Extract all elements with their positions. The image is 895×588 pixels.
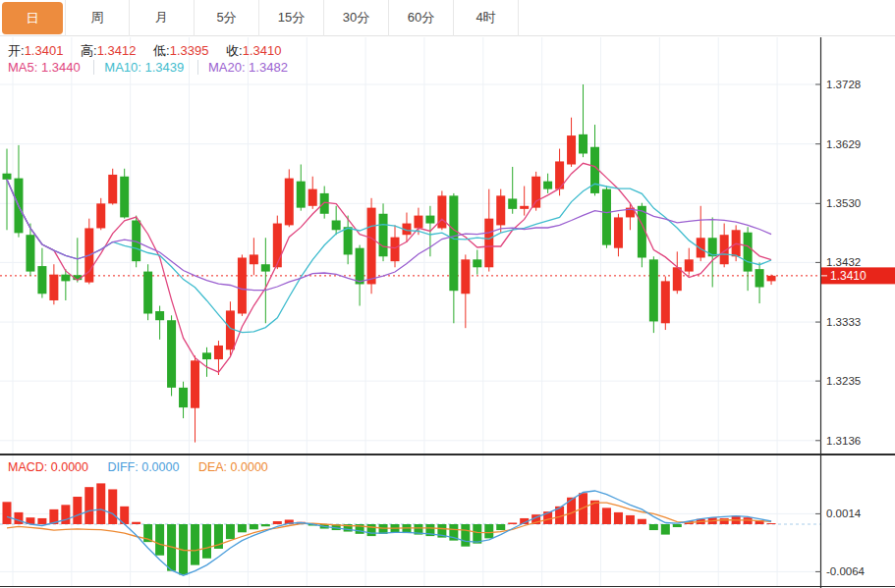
macd-chart[interactable]: 0.0014-0.0064: [0, 455, 895, 588]
ma20-value: MA20: 1.3482: [197, 60, 288, 75]
main-chart-pane: 1.37281.36291.35301.34321.33331.32351.31…: [0, 37, 895, 454]
open-label: 开:: [8, 43, 25, 58]
tab-5min[interactable]: 5分: [195, 0, 259, 36]
dea-value: DEA: 0.0000: [198, 460, 268, 474]
current-price-label: 1.3410: [830, 269, 867, 283]
macd-pane: 0.0014-0.0064 MACD: 0.0000 DIFF: 0.0000 …: [0, 455, 895, 588]
open-value: 1.3401: [25, 43, 64, 58]
tab-60min[interactable]: 60分: [389, 0, 454, 36]
high-label: 高:: [81, 43, 97, 58]
y-tick-label: 1.3728: [826, 79, 861, 90]
ma5-value: MA5: 1.3440: [8, 60, 81, 75]
timeframe-tabbar: 日 周 月 5分 15分 30分 60分 4时: [0, 0, 895, 36]
ma-readout: MA5: 1.3440 MA10: 1.3439 MA20: 1.3482: [8, 60, 288, 75]
y-tick-label: 1.3333: [826, 316, 861, 328]
y-tick-label: 1.3432: [826, 256, 861, 268]
macd-readout: MACD: 0.0000 DIFF: 0.0000 DEA: 0.0000: [8, 460, 284, 474]
tab-day[interactable]: 日: [2, 2, 63, 34]
close-value: 1.3410: [243, 43, 282, 58]
current-price-badge: 1.3410: [821, 267, 895, 284]
y-tick-label: 1.3530: [826, 197, 861, 209]
close-label: 收:: [226, 43, 243, 58]
y-tick-label: 1.3136: [826, 435, 861, 447]
macd-tick-label: -0.0064: [826, 565, 866, 577]
y-tick-label: 1.3629: [826, 138, 861, 150]
tab-week[interactable]: 周: [65, 0, 130, 36]
trading-chart-screen: 日 周 月 5分 15分 30分 60分 4时 1.37281.36291.35…: [0, 0, 895, 588]
ma10-value: MA10: 1.3439: [93, 60, 184, 75]
ohlc-readout: 开:1.3401 高:1.3412 低:1.3395 收:1.3410: [8, 42, 295, 60]
tab-month[interactable]: 月: [130, 0, 195, 36]
tab-4hour[interactable]: 4时: [454, 0, 519, 36]
high-value: 1.3412: [97, 43, 137, 58]
macd-tick-label: 0.0014: [826, 508, 862, 519]
candlestick-chart[interactable]: 1.37281.36291.35301.34321.33331.32351.31…: [0, 37, 895, 454]
low-value: 1.3395: [170, 43, 209, 58]
low-label: 低:: [153, 43, 170, 58]
macd-value: MACD: 0.0000: [8, 460, 88, 474]
y-tick-label: 1.3235: [826, 375, 861, 387]
price-axis: 1.37281.36291.35301.34321.33331.32351.31…: [815, 37, 861, 454]
diff-value: DIFF: 0.0000: [107, 460, 179, 474]
tab-30min[interactable]: 30分: [324, 0, 389, 36]
tab-15min[interactable]: 15分: [259, 0, 324, 36]
